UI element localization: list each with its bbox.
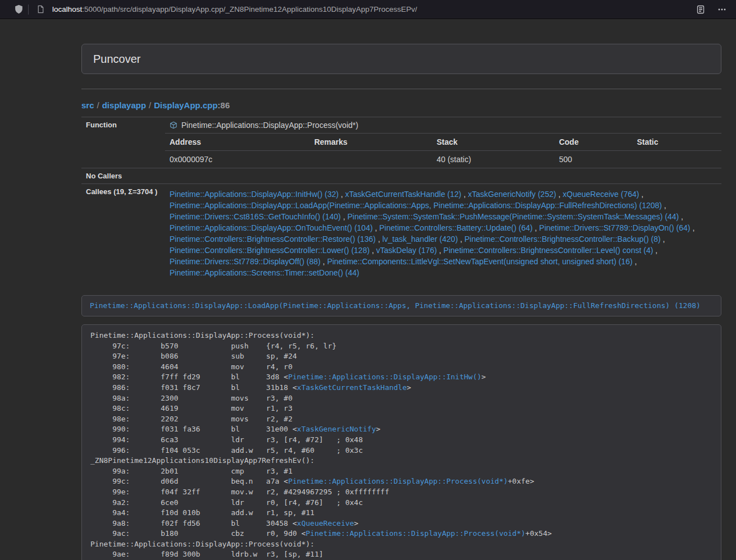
callee-link[interactable]: lv_task_handler (420): [382, 235, 458, 244]
breadcrumb-separator: /: [149, 100, 151, 110]
asm-text: Pinetime::Applications::DisplayApp::Proc…: [90, 331, 314, 339]
asm-text: >: [482, 373, 486, 381]
symbol-link[interactable]: Pinetime::Applications::DisplayApp::Proc…: [288, 477, 508, 485]
callee-link[interactable]: Pinetime::Drivers::St7789::DisplayOff() …: [170, 257, 321, 266]
callee-link[interactable]: Pinetime::Applications::DisplayApp::Init…: [170, 190, 339, 199]
app-header: Puncover: [81, 44, 721, 74]
asm-text: 9a4: f10d 010b add.w r1, sp, #11: [90, 508, 314, 517]
callee-link[interactable]: Pinetime::Drivers::Cst816S::GetTouchInfo…: [170, 212, 341, 221]
snippet-panel: Pinetime::Applications::DisplayApp::Load…: [81, 295, 721, 316]
asm-text: >: [354, 519, 359, 527]
asm-text: 97c: b570 push {r4, r5, r6, lr}: [90, 342, 336, 350]
asm-text: 9a8: f02f fd56 bl 30458 <: [90, 519, 297, 527]
no-callers-label: No Callers: [81, 168, 165, 184]
callees-label: Callees (19, Σ=3704 ): [81, 184, 165, 283]
symbol-link[interactable]: xTaskGenericNotify: [297, 425, 376, 433]
breadcrumb-link-displayapp[interactable]: displayapp: [102, 100, 146, 110]
puncover-page: Puncover src/displayapp/DisplayApp.cpp:8…: [81, 44, 721, 560]
asm-text: 98a: 2300 movs r3, #0: [90, 394, 292, 402]
symbol-link[interactable]: Pinetime::Applications::DisplayApp::Init…: [288, 373, 481, 381]
asm-text: Pinetime::Applications::DisplayApp::Proc…: [90, 540, 314, 548]
symbol-link[interactable]: xTaskGetCurrentTaskHandle: [297, 383, 407, 392]
asm-text: 99e: f04f 32ff mov.w r2, #4294967295 ; 0…: [90, 488, 389, 496]
callee-link[interactable]: Pinetime::Drivers::St7789::DisplayOn() (…: [539, 223, 690, 232]
asm-text: 980: 4604 mov r4, r0: [90, 362, 292, 371]
asm-text: 97e: b086 sub sp, #24: [90, 352, 297, 360]
symbol-link[interactable]: Pinetime::Applications::DisplayApp::Proc…: [306, 529, 525, 538]
snippet-link[interactable]: Pinetime::Applications::DisplayApp::Load…: [90, 301, 701, 310]
column-header-remarks: Remarks: [310, 134, 432, 151]
asm-text: +0x54>: [525, 529, 552, 538]
symbol-link[interactable]: xQueueReceive: [297, 519, 354, 527]
asm-text: >: [407, 383, 412, 392]
column-header-static: Static: [632, 134, 721, 151]
url-text: localhost:5000/path/src/displayapp/Displ…: [52, 5, 417, 13]
callee-link[interactable]: Pinetime::Controllers::BrightnessControl…: [464, 235, 660, 244]
asm-text: 9ac: b180 cbz r0, 9d0 <: [90, 529, 306, 538]
asm-text: 986: f031 f8c7 bl 31b18 <: [90, 383, 297, 392]
browser-chrome: localhost:5000/path/src/displayapp/Displ…: [0, 0, 736, 19]
asm-text: 98c: 4619 mov r1, r3: [90, 404, 292, 412]
header-divider: [81, 89, 721, 89]
function-label: Function: [81, 117, 165, 168]
function-table: Function Pinetime::Applications::Display…: [81, 117, 721, 283]
callee-link[interactable]: vTaskDelay (176): [376, 246, 437, 255]
tracking-shield-icon[interactable]: [11, 2, 26, 17]
asm-text: 9a2: 6ce0 ldr r0, [r4, #76] ; 0x4c: [90, 498, 363, 507]
remarks-value: [310, 151, 432, 168]
url-bar[interactable]: localhost:5000/path/src/displayapp/Displ…: [33, 2, 693, 17]
callee-link[interactable]: xTaskGetCurrentTaskHandle (12): [345, 190, 461, 199]
no-callers-row: No Callers: [81, 168, 721, 184]
function-name: Pinetime::Applications::DisplayApp::Proc…: [181, 121, 358, 130]
cube-icon: [170, 121, 177, 129]
callee-link[interactable]: Pinetime::Applications::DisplayApp::OnTo…: [170, 223, 373, 232]
asm-text: 98e: 2202 movs r2, #2: [90, 415, 292, 423]
asm-text: _ZN8Pinetime12Applications10DisplayApp7R…: [90, 456, 314, 465]
breadcrumb-line-number: :86: [218, 100, 230, 110]
url-path: :5000/path/src/displayapp/DisplayApp.cpp…: [82, 5, 417, 13]
breadcrumb-link-file[interactable]: DisplayApp.cpp: [154, 100, 217, 110]
asm-text: 99a: 2b01 cmp r3, #1: [90, 467, 292, 475]
function-title-line: Pinetime::Applications::DisplayApp::Proc…: [165, 117, 721, 133]
callee-link[interactable]: Pinetime::Controllers::BrightnessControl…: [444, 246, 653, 255]
callee-link[interactable]: Pinetime::Controllers::Battery::Update()…: [380, 223, 533, 232]
callee-link[interactable]: Pinetime::Components::LittleVgl::SetNewT…: [327, 257, 633, 266]
stack-value: 40 (static): [432, 151, 555, 168]
breadcrumb: src/displayapp/DisplayApp.cpp:86: [81, 100, 721, 110]
callees-row: Callees (19, Σ=3704 ) Pinetime::Applicat…: [81, 184, 721, 283]
reader-view-icon[interactable]: [693, 2, 708, 17]
callee-link[interactable]: Pinetime::Applications::Screens::Timer::…: [170, 268, 359, 277]
disassembly-block: Pinetime::Applications::DisplayApp::Proc…: [81, 324, 721, 560]
toolbar-divider: [28, 4, 29, 15]
function-row: Function Pinetime::Applications::Display…: [81, 117, 721, 168]
no-callers-empty-cell: [165, 168, 721, 184]
callees-list: Pinetime::Applications::DisplayApp::Init…: [165, 184, 721, 283]
function-stats-table: Address Remarks Stack Code Static 0x0000…: [165, 133, 721, 168]
asm-text: 994: 6ca3 ldr r3, [r4, #72] ; 0x48: [90, 435, 363, 444]
callee-link[interactable]: xTaskGenericNotify (252): [468, 190, 556, 199]
callee-link[interactable]: Pinetime::Controllers::BrightnessControl…: [170, 246, 369, 255]
asm-text: 99c: d06d beq.n a7a <: [90, 477, 288, 485]
callee-link[interactable]: xQueueReceive (764): [563, 190, 639, 199]
static-value: [632, 151, 721, 168]
callees-cell: Pinetime::Applications::DisplayApp::Init…: [165, 184, 721, 283]
column-header-address: Address: [165, 134, 310, 151]
address-value: 0x0000097c: [165, 151, 310, 168]
toolbar-right: [693, 2, 729, 17]
page-title: Puncover: [93, 53, 710, 65]
asm-text: 9ae: f89d 300b ldrb.w r3, [sp, #11]: [90, 550, 323, 558]
stats-value-row: 0x0000097c 40 (static) 500: [165, 151, 721, 168]
callee-link[interactable]: Pinetime::System::SystemTask::PushMessag…: [348, 212, 679, 221]
asm-text: >: [376, 425, 381, 433]
breadcrumb-separator: /: [97, 100, 99, 110]
overflow-menu-icon[interactable]: [715, 2, 729, 17]
asm-text: 996: f104 053c add.w r5, r4, #60 ; 0x3c: [90, 446, 363, 455]
function-detail-cell: Pinetime::Applications::DisplayApp::Proc…: [165, 117, 721, 168]
callee-link[interactable]: Pinetime::Controllers::BrightnessControl…: [170, 235, 376, 244]
asm-text: +0xfe>: [508, 477, 534, 485]
stats-header-row: Address Remarks Stack Code Static: [165, 134, 721, 151]
url-host: localhost: [52, 5, 82, 13]
breadcrumb-link-src[interactable]: src: [81, 100, 94, 110]
asm-text: 990: f031 fa36 bl 31e00 <: [90, 425, 297, 433]
callee-link[interactable]: Pinetime::Applications::DisplayApp::Load…: [170, 201, 662, 210]
